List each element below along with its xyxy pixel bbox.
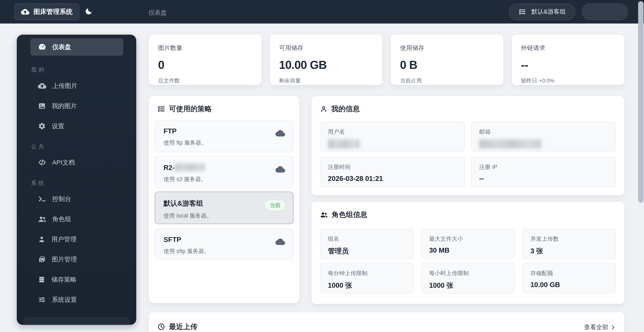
strategy-item-ftp[interactable]: FTP 使用 ftp 服务器。 <box>155 120 294 152</box>
strategy-item-r2[interactable]: R2- 使用 s3 服务器。 <box>155 156 294 188</box>
stat-card-image-count: 图片数量 0 总文件数 <box>149 35 262 85</box>
stat-sub: 当前占用 <box>400 77 494 84</box>
strategies-card: 可使用的策略 FTP 使用 ftp 服务器。 R2- 使用 s3 服务器。 默认… <box>149 96 299 303</box>
code-icon <box>38 158 46 167</box>
stat-label: 可用储存 <box>279 44 373 52</box>
profile-card: 我的信息 用户名 邮箱 注册时间 2026-03-28 01:21 注册 IP … <box>312 96 624 195</box>
sidebar-label-dashboard: 仪表盘 <box>52 43 71 52</box>
breadcrumb: 仪表盘 <box>148 9 167 17</box>
dashboard-page: 图床管理系统 仪表盘 默认&游客组 仪表盘 我的 上传图片 <box>0 0 644 332</box>
sidebar-item-settings[interactable]: 设置 <box>30 118 123 135</box>
sidebar-item-api-docs[interactable]: API文档 <box>30 154 123 171</box>
sidebar-label-system-settings: 系统设置 <box>52 295 77 304</box>
image-icon <box>38 102 46 110</box>
stat-label: 使用储存 <box>400 44 494 52</box>
sidebar-item-role-groups[interactable]: 角色组 <box>30 210 123 228</box>
stat-value: 0 <box>158 58 252 72</box>
sidebar-label-api-docs: API文档 <box>52 158 75 167</box>
list-checks-icon <box>518 8 526 16</box>
sidebar-section-system: 系统 <box>31 179 46 187</box>
role-group-title: 角色组信息 <box>332 210 367 219</box>
sidebar-section-mine: 我的 <box>31 66 46 74</box>
redacted-strategy-name <box>175 163 205 171</box>
strategies-title: 可使用的策略 <box>169 104 212 114</box>
sidebar-item-user-management[interactable]: 用户管理 <box>30 231 123 248</box>
strategy-item-sftp[interactable]: SFTP 使用 sftp 服务器。 <box>155 228 294 260</box>
profile-field-email: 邮箱 <box>471 121 616 152</box>
profile-field-register-time: 注册时间 2026-03-28 01:21 <box>320 157 465 187</box>
gauge-icon <box>38 43 46 51</box>
sidebar-section-public: 公共 <box>31 143 46 150</box>
role-field-storage-quota: 存储配额 10.00 GB <box>522 263 616 293</box>
view-all-link[interactable]: 查看全部 <box>584 323 616 331</box>
profile-field-register-ip: 注册 IP -- <box>471 157 616 187</box>
recent-uploads-header: 最近上传 <box>157 322 198 331</box>
sidebar-bottom-panel <box>24 317 130 325</box>
sidebar-label-upload: 上传图片 <box>52 82 77 90</box>
sidebar-label-storage-strategy: 储存策略 <box>51 275 76 284</box>
sidebar-item-image-management[interactable]: 图片管理 <box>30 251 123 268</box>
stat-value: 10.00 GB <box>279 58 373 72</box>
stat-card-used-storage: 使用储存 0 B 当前占用 <box>391 35 503 85</box>
strategy-name: R2- <box>164 163 285 172</box>
cloud-upload-icon <box>38 82 46 90</box>
role-group-card: 角色组信息 组名 管理员 最大文件大小 30 MB 并发上传数 3 张 每分钟上… <box>312 202 624 304</box>
cloud-icon <box>276 237 285 247</box>
chevron-right-icon <box>610 324 616 330</box>
recent-uploads-title: 最近上传 <box>169 322 198 331</box>
stat-value: -- <box>521 58 615 72</box>
role-group-header: 角色组信息 <box>320 210 367 219</box>
cloud-upload-icon <box>21 8 29 16</box>
app-title: 图床管理系统 <box>34 7 72 16</box>
stat-sub: 总文件数 <box>158 77 252 84</box>
strategy-name: SFTP <box>164 236 285 244</box>
sidebar-item-my-images[interactable]: 我的图片 <box>30 97 123 115</box>
sidebar-label-user-management: 用户管理 <box>51 235 76 244</box>
sidebar-label-my-images: 我的图片 <box>52 102 77 110</box>
stat-label: 图片数量 <box>158 44 252 52</box>
sidebar-item-upload[interactable]: 上传图片 <box>30 77 123 94</box>
sidebar-item-console[interactable]: 控制台 <box>30 190 123 208</box>
profile-header: 我的信息 <box>320 104 360 114</box>
group-selector-label: 默认&游客组 <box>532 8 566 16</box>
strategy-name: FTP <box>164 127 285 135</box>
role-field-per-hour-limit: 每小时上传限制 1000 张 <box>421 263 515 293</box>
cloud-icon <box>276 165 285 174</box>
stat-card-available-storage: 可用储存 10.00 GB 剩余容量 <box>270 35 382 85</box>
sidebar-label-settings: 设置 <box>52 122 64 131</box>
stat-value: 0 B <box>400 58 494 72</box>
theme-toggle-moon-icon[interactable] <box>84 7 93 16</box>
user-outline-icon <box>320 105 328 113</box>
clock-icon <box>157 323 165 331</box>
strategy-desc: 使用 sftp 服务器。 <box>164 247 285 255</box>
sidebar-label-console: 控制台 <box>52 195 71 203</box>
gear-icon <box>38 122 46 130</box>
sidebar-item-storage-strategy[interactable]: 储存策略 <box>30 271 123 288</box>
strategies-header: 可使用的策略 <box>157 104 212 114</box>
app-logo-button[interactable]: 图床管理系统 <box>14 3 79 20</box>
role-field-group-name: 组名 管理员 <box>320 228 414 259</box>
strategy-item-default-guest[interactable]: 默认&游客组 使用 local 服务器。 当前 <box>155 192 294 224</box>
stat-sub: 较昨日 +0.0% <box>521 77 615 84</box>
redacted-username <box>592 6 618 18</box>
redacted-username-value <box>328 139 360 149</box>
recent-uploads-card: 最近上传 查看全部 <box>149 312 624 332</box>
current-badge: 当前 <box>264 200 286 211</box>
user-menu-button[interactable] <box>582 3 628 20</box>
sidebar-item-dashboard[interactable]: 仪表盘 <box>30 39 123 56</box>
sidebar-label-role-groups: 角色组 <box>52 215 71 223</box>
group-selector-button[interactable]: 默认&游客组 <box>509 3 576 20</box>
topbar-actions: 默认&游客组 <box>509 3 628 20</box>
scrollbar[interactable] <box>638 1 644 203</box>
images-icon <box>38 255 46 263</box>
strategy-desc: 使用 s3 服务器。 <box>164 175 285 183</box>
profile-field-username: 用户名 <box>320 121 465 152</box>
sliders-icon <box>38 296 46 304</box>
sidebar-item-system-settings[interactable]: 系统设置 <box>30 291 123 308</box>
users-icon <box>38 215 46 223</box>
strategy-desc: 使用 ftp 服务器。 <box>164 139 285 146</box>
database-icon <box>38 276 46 283</box>
list-checks-icon <box>157 105 165 113</box>
sidebar-label-image-management: 图片管理 <box>52 255 77 264</box>
topbar: 图床管理系统 仪表盘 默认&游客组 <box>0 0 644 24</box>
